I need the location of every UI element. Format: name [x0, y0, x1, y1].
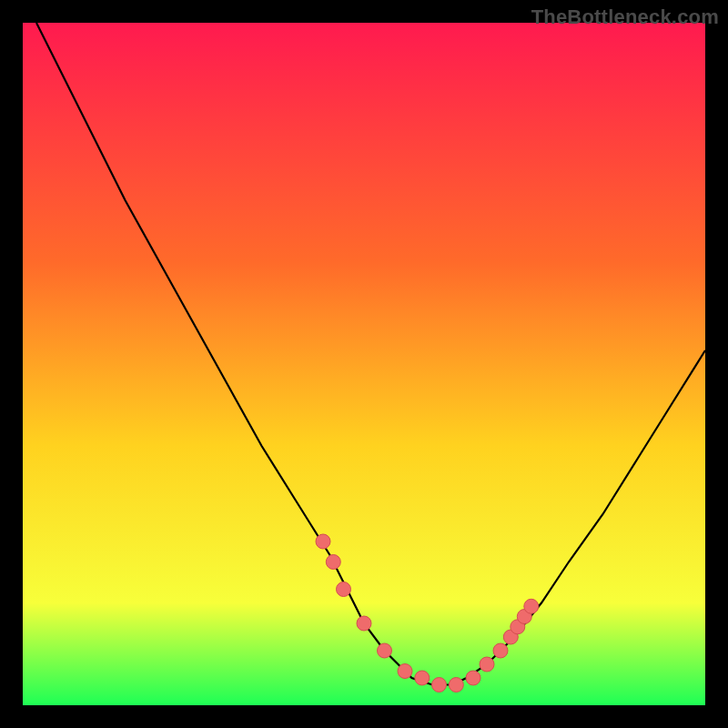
chart-svg: [23, 23, 705, 705]
watermark-text: TheBottleneck.com: [531, 5, 719, 29]
plot-area: [23, 23, 705, 705]
marker-point: [398, 664, 412, 679]
marker-point: [316, 534, 330, 549]
marker-point: [466, 671, 480, 685]
marker-point: [524, 599, 539, 613]
marker-point: [449, 678, 463, 693]
marker-point: [337, 582, 351, 597]
chart-frame: TheBottleneck.com: [0, 0, 728, 728]
marker-point: [493, 643, 508, 658]
marker-point: [326, 555, 340, 570]
marker-point: [480, 657, 494, 672]
marker-point: [415, 671, 430, 685]
marker-point: [357, 616, 371, 631]
gradient-background: [23, 23, 705, 705]
marker-point: [432, 678, 447, 693]
marker-point: [378, 643, 392, 658]
